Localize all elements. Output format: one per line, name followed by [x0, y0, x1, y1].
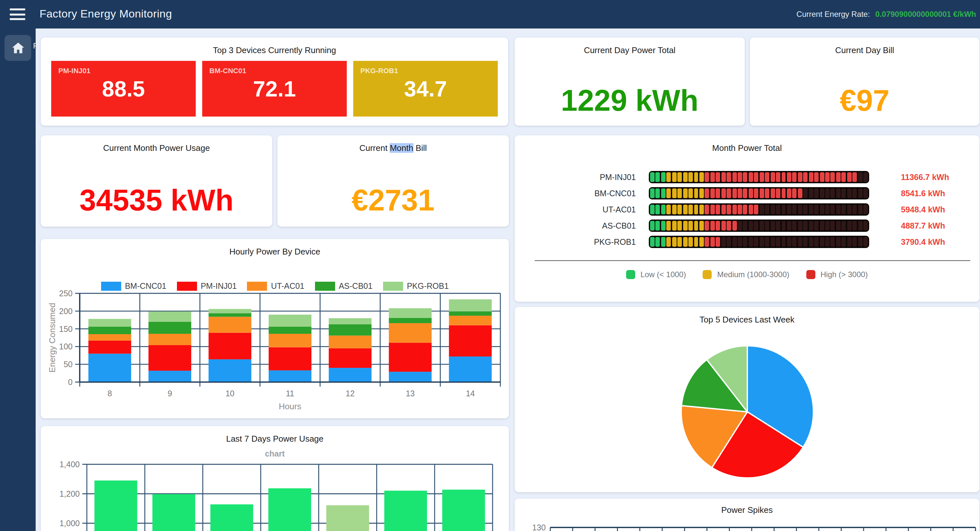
led-segment: [743, 189, 748, 198]
panel-power-spikes: Power Spikes 130: [515, 499, 979, 531]
led-segment: [672, 221, 677, 231]
led-segment: [650, 204, 655, 214]
led-segment: [814, 172, 819, 182]
month-power-usage-value: 34535 kWh: [41, 184, 272, 216]
svg-text:1,200: 1,200: [59, 489, 80, 498]
led-segment: [847, 221, 852, 231]
led-segment: [710, 237, 715, 247]
led-segment: [699, 237, 704, 247]
svg-text:100: 100: [59, 342, 73, 351]
led-segment: [667, 172, 671, 182]
led-segment: [863, 172, 868, 182]
led-segment: [749, 189, 753, 198]
led-segment: [667, 204, 671, 214]
led-segment: [814, 237, 819, 247]
led-segment: [836, 221, 841, 231]
led-segment: [661, 221, 666, 231]
led-segment: [847, 237, 852, 247]
chart-title: Hourly Power By Device: [41, 247, 509, 257]
svg-text:0: 0: [68, 377, 73, 387]
menu-button[interactable]: [10, 8, 27, 20]
led-segment: [770, 237, 775, 247]
led-segment: [710, 189, 715, 198]
panel-day-bill: Current Day Bill €97: [750, 38, 979, 126]
led-segment: [803, 189, 808, 198]
led-segment: [781, 237, 786, 247]
page-title: Factory Energy Monitoring: [40, 0, 172, 29]
device-tile-value: 88.5: [51, 76, 196, 101]
led-segment: [863, 204, 868, 214]
legend-swatch: [626, 270, 635, 279]
led-segment: [776, 237, 780, 247]
led-segment: [814, 221, 819, 231]
panel-day-power-total: Current Day Power Total 1229 kWh: [515, 38, 745, 126]
led-segment: [836, 172, 841, 182]
led-segment: [776, 172, 780, 182]
top3-tiles: PM-INJ0188.5BM-CNC0172.1PKG-ROB134.7: [51, 61, 498, 117]
month-total-row: PKG-ROB13790.4 kWh: [515, 236, 979, 248]
device-label: PKG-ROB1: [515, 237, 636, 246]
led-segment: [808, 189, 813, 198]
svg-text:130: 130: [532, 523, 546, 531]
panel-title: Month Power Total: [515, 143, 979, 153]
svg-text:9: 9: [167, 389, 172, 398]
led-segment: [858, 172, 862, 182]
led-segment: [765, 221, 769, 231]
month-total-row: PM-INJ0111366.7 kWh: [515, 171, 979, 183]
device-tile-label: PM-INJ01: [58, 67, 91, 74]
led-segment: [808, 237, 813, 247]
led-segment: [705, 189, 710, 198]
led-segment: [798, 189, 802, 198]
led-gauge: [649, 171, 869, 183]
led-segment: [847, 189, 852, 198]
legend-label: Medium (1000-3000): [717, 270, 789, 279]
led-segment: [650, 189, 655, 198]
panel-title: Current Month Bill: [277, 143, 509, 153]
panel-month-power-total: Month Power Total PM-INJ0111366.7 kWhBM-…: [515, 135, 979, 302]
device-kwh-value: 4887.7 kWh: [901, 221, 945, 230]
svg-text:12: 12: [346, 389, 355, 398]
led-segment: [787, 221, 791, 231]
device-tile: PM-INJ0188.5: [51, 61, 196, 117]
led-segment: [688, 189, 693, 198]
led-segment: [738, 189, 742, 198]
led-segment: [688, 204, 693, 214]
legend-label: Low (< 1000): [640, 270, 686, 279]
led-segment: [819, 237, 824, 247]
led-segment: [858, 237, 862, 247]
hamburger-icon: [10, 8, 25, 10]
svg-text:Hours: Hours: [279, 401, 301, 411]
hourly-stacked-bar-chart: 050100150200250891011121314HoursEnergy C…: [41, 290, 509, 419]
led-segment: [705, 204, 710, 214]
led-segment: [688, 237, 693, 247]
led-segment: [677, 204, 682, 214]
led-segment: [732, 172, 737, 182]
led-segment: [655, 237, 660, 247]
led-segment: [787, 172, 791, 182]
led-segment: [710, 204, 715, 214]
led-segment: [754, 237, 759, 247]
led-segment: [825, 237, 830, 247]
led-segment: [814, 189, 819, 198]
panel-last7-days: Last 7 Days Power Usage chart 1,4001,200…: [41, 426, 509, 531]
led-segment: [787, 189, 791, 198]
led-segment: [661, 172, 666, 182]
led-segment: [716, 189, 721, 198]
led-segment: [776, 221, 780, 231]
led-segment: [738, 204, 742, 214]
energy-rate-value: 0.0790900000000001 €/kWh: [875, 10, 976, 19]
home-button[interactable]: [5, 35, 31, 61]
chart-title: Top 5 Devices Last Week: [515, 315, 979, 325]
chart-title: Last 7 Days Power Usage: [41, 434, 509, 444]
device-tile: BM-CNC0172.1: [202, 61, 347, 117]
panel-title: Current Day Bill: [750, 45, 979, 55]
led-segment: [655, 189, 660, 198]
led-segment: [721, 189, 725, 198]
led-segment: [699, 204, 704, 214]
led-segment: [694, 172, 698, 182]
led-segment: [655, 221, 660, 231]
device-tile-label: BM-CNC01: [209, 67, 246, 74]
svg-text:8: 8: [108, 389, 112, 398]
led-segment: [683, 204, 687, 214]
device-tile-value: 34.7: [353, 76, 498, 101]
